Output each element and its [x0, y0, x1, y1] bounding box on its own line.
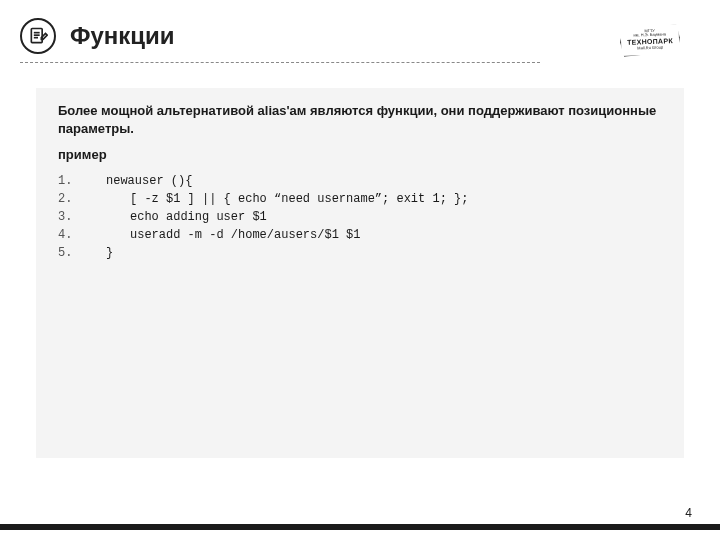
divider: [20, 62, 540, 64]
line-number: 5.: [58, 244, 82, 262]
code-line: 2.[ -z $1 ] || { echo “need username”; e…: [58, 190, 662, 208]
example-heading: пример: [58, 147, 662, 162]
brand-stamp: МГТУ им. Н.Э. Баумана ТЕХНОПАРК Mail.Ru …: [600, 14, 700, 66]
code-block: 1.newauser (){2.[ -z $1 ] || { echo “nee…: [58, 172, 662, 262]
page-number: 4: [685, 506, 692, 520]
footer-bar: [0, 524, 720, 530]
code-line: 4.useradd -m -d /home/ausers/$1 $1: [58, 226, 662, 244]
code-line: 1.newauser (){: [58, 172, 662, 190]
code-line: 5.}: [58, 244, 662, 262]
code-line: 3.echo adding user $1: [58, 208, 662, 226]
line-number: 3.: [58, 208, 82, 226]
code-text: useradd -m -d /home/ausers/$1 $1: [82, 226, 360, 244]
slide-footer: 4: [0, 504, 720, 540]
code-text: newauser (){: [82, 172, 192, 190]
notepad-icon: [20, 18, 56, 54]
line-number: 1.: [58, 172, 82, 190]
code-text: }: [82, 244, 113, 262]
code-text: [ -z $1 ] || { echo “need username”; exi…: [82, 190, 468, 208]
page-title: Функции: [70, 22, 175, 50]
content-panel: Более мощной альтернативой alias'ам явля…: [36, 88, 684, 458]
intro-text: Более мощной альтернативой alias'ам явля…: [58, 102, 662, 137]
line-number: 2.: [58, 190, 82, 208]
code-text: echo adding user $1: [82, 208, 267, 226]
line-number: 4.: [58, 226, 82, 244]
